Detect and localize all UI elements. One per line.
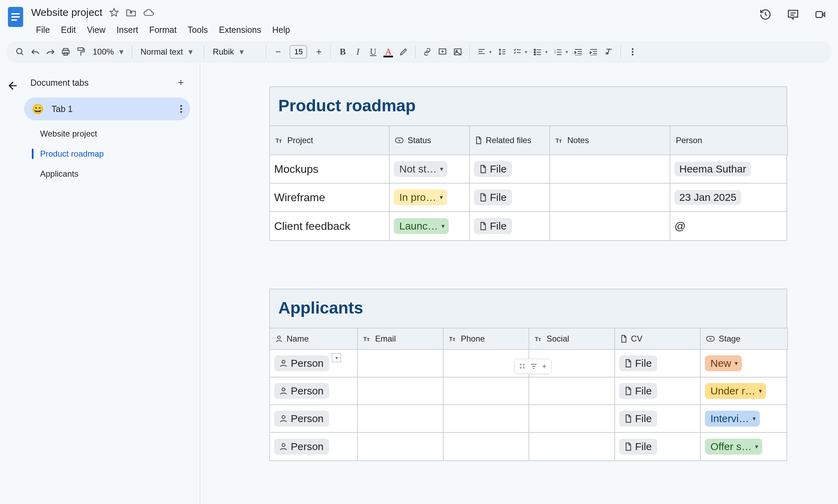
file-chip[interactable]: File [474,189,512,205]
add-tab-icon[interactable]: + [178,77,184,88]
status-cell[interactable]: Not st…▾ [390,155,470,184]
move-folder-icon[interactable] [126,8,136,17]
phone-cell[interactable] [444,377,529,405]
highlight-icon[interactable] [397,45,410,59]
status-chip[interactable]: Not st…▾ [394,161,447,177]
person-cell[interactable]: @ [670,212,788,240]
document-title[interactable]: Website project [31,7,102,18]
increase-font-icon[interactable]: + [312,45,326,59]
stage-cell[interactable]: New▾ [701,350,788,377]
column-header-notes[interactable]: TтNotes [550,126,670,155]
name-cell[interactable]: Person [270,377,358,405]
font-dropdown[interactable]: Rubik▾ [209,47,261,57]
star-icon[interactable] [109,8,119,17]
undo-icon[interactable] [28,45,42,59]
status-chip[interactable]: In pro…▾ [394,189,447,205]
person-chip[interactable]: 23 Jan 2025 [674,190,741,205]
email-cell[interactable] [358,350,444,377]
stage-chip[interactable]: Under r…▾ [705,383,766,399]
project-cell[interactable]: Client feedback [270,212,390,240]
italic-icon[interactable]: I [351,45,365,59]
menu-tools[interactable]: Tools [183,22,213,38]
font-size-input[interactable] [290,45,307,58]
print-icon[interactable] [59,45,73,59]
person-chip[interactable]: Person [274,411,329,427]
file-chip[interactable]: File [474,161,512,177]
outline-item[interactable]: Website project [24,124,190,144]
notes-cell[interactable] [550,155,670,184]
align-caret[interactable]: ▾ [489,49,492,55]
notes-cell[interactable] [550,184,670,212]
stage-cell[interactable]: Intervi…▾ [701,405,788,433]
outline-item[interactable]: Applicants [24,164,190,184]
email-cell[interactable] [358,405,444,433]
stage-cell[interactable]: Under r…▾ [701,377,788,405]
chip-dropdown-icon[interactable]: ▾ [332,353,341,362]
tab-menu-icon[interactable] [180,104,183,113]
menu-extensions[interactable]: Extensions [214,22,266,38]
cloud-status-icon[interactable] [143,8,154,17]
column-header-phone[interactable]: TтPhone [444,328,529,350]
table-chip-toolbar[interactable]: + [514,359,552,374]
comments-icon[interactable] [787,8,799,21]
person-chip[interactable]: Person [274,439,329,455]
name-cell[interactable]: Person [270,405,358,433]
checklist-caret[interactable]: ▾ [525,49,527,55]
bullet-caret[interactable]: ▾ [545,49,548,55]
collapse-sidebar-icon[interactable] [7,80,18,504]
status-chip[interactable]: Launc…▾ [394,218,449,234]
project-cell[interactable]: Mockups [270,155,390,184]
paragraph-style-dropdown[interactable]: Normal text▾ [137,47,199,57]
name-cell[interactable]: Person [270,433,358,460]
redo-icon[interactable] [44,45,57,59]
add-comment-icon[interactable] [436,45,449,59]
text-color-icon[interactable]: A [381,45,395,59]
phone-cell[interactable] [444,405,529,433]
column-header-files[interactable]: Related files [470,126,550,155]
tab-pill[interactable]: 😄 Tab 1 [24,97,190,120]
column-header-status[interactable]: Status [390,126,470,155]
person-cell[interactable]: 23 Jan 2025 [670,184,788,212]
menu-help[interactable]: Help [268,22,295,38]
zoom-dropdown[interactable]: 100%▾ [89,47,127,57]
stage-chip[interactable]: Intervi…▾ [705,411,760,427]
person-chip[interactable]: Person▾ [274,355,329,371]
menu-edit[interactable]: Edit [56,22,81,38]
person-cell[interactable]: Heema Suthar [670,155,788,184]
insert-link-icon[interactable] [420,45,434,59]
social-cell[interactable] [529,405,615,433]
meet-icon[interactable] [814,9,826,20]
person-chip[interactable]: Person [274,383,329,399]
insert-image-icon[interactable] [451,45,465,59]
column-header-stage[interactable]: Stage [701,328,788,350]
column-header-cv[interactable]: CV [615,328,701,350]
project-cell[interactable]: Wireframe [270,184,390,212]
document-canvas[interactable]: Product roadmap TтProject Status Related… [200,63,838,504]
cv-cell[interactable]: File [615,433,701,460]
file-chip[interactable]: File [619,383,657,399]
numbered-caret[interactable]: ▾ [566,49,568,55]
file-chip[interactable]: File [619,411,657,427]
email-cell[interactable] [358,377,444,405]
file-cell[interactable]: File [470,184,550,212]
column-header-email[interactable]: TтEmail [358,328,444,350]
add-icon[interactable]: + [542,362,547,371]
file-chip[interactable]: File [619,355,657,371]
underline-icon[interactable]: U [366,45,380,59]
drag-handle-icon[interactable] [519,363,525,370]
search-icon[interactable] [13,45,27,59]
line-spacing-icon[interactable] [495,45,509,59]
menu-file[interactable]: File [31,22,55,38]
stage-chip[interactable]: New▾ [705,355,742,371]
email-cell[interactable] [358,433,444,460]
menu-insert[interactable]: Insert [112,22,143,38]
social-cell[interactable] [529,433,615,460]
column-header-project[interactable]: TтProject [270,126,390,155]
filter-icon[interactable] [530,363,537,370]
file-cell[interactable]: File [470,155,550,184]
outline-item[interactable]: Product roadmap [24,144,190,164]
bold-icon[interactable]: B [336,45,350,59]
stage-cell[interactable]: Offer s…▾ [701,433,788,460]
history-icon[interactable] [759,8,772,21]
clear-format-icon[interactable] [602,45,616,59]
